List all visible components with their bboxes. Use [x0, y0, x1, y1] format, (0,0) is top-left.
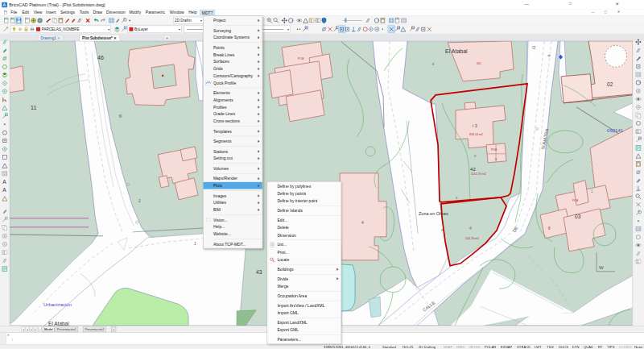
svg-text:834.54 m2: 834.54 m2: [469, 133, 483, 136]
svg-text:A: A: [2, 179, 6, 185]
svg-text:43: 43: [256, 269, 262, 275]
svg-text:02: 02: [607, 81, 613, 87]
svg-text:104.29 m2: 104.29 m2: [465, 237, 479, 240]
svg-text:4: 4: [361, 220, 364, 225]
svg-text:El Atabal: El Atabal: [445, 48, 468, 54]
svg-text:A: A: [2, 187, 6, 193]
svg-text:W: W: [599, 265, 604, 270]
svg-text:Zona en Obras: Zona en Obras: [419, 211, 448, 216]
svg-text:J: J: [194, 242, 196, 246]
svg-text:4: 4: [469, 226, 472, 231]
svg-text:461: 461: [477, 62, 481, 65]
svg-text:060141: 060141: [607, 128, 624, 133]
svg-text:i 3: i 3: [473, 123, 477, 128]
svg-text:42: 42: [470, 167, 476, 172]
svg-text:J: J: [138, 199, 140, 203]
svg-text:Urbanización: Urbanización: [43, 302, 72, 307]
svg-text:03: 03: [575, 214, 581, 219]
svg-text:11: 11: [31, 105, 36, 110]
svg-text:POB: POB: [491, 148, 497, 152]
svg-text:POB: POB: [572, 199, 579, 202]
svg-text:1141.74 m2: 1141.74 m2: [471, 172, 486, 176]
svg-text:POB: POB: [298, 57, 304, 60]
svg-text:46: 46: [97, 55, 104, 60]
